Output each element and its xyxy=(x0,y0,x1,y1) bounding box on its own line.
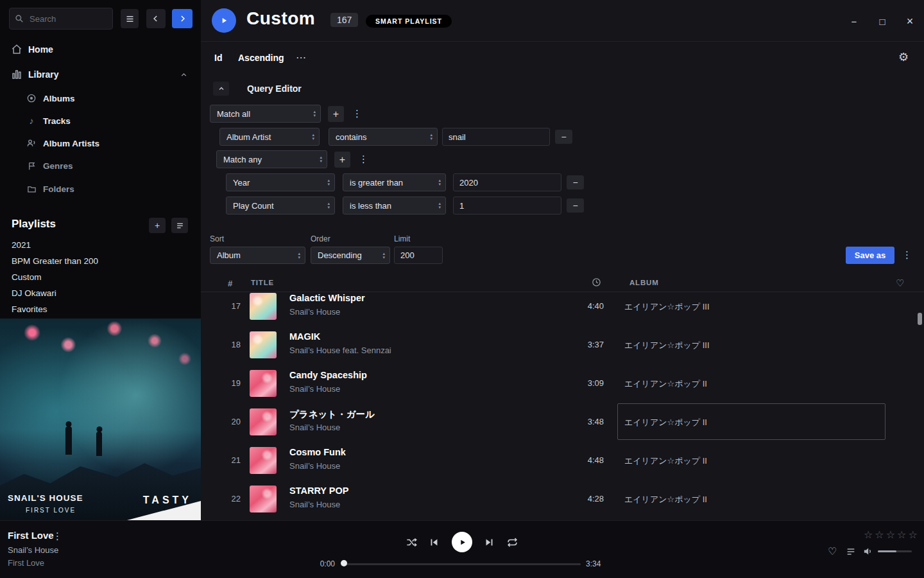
queue-button[interactable] xyxy=(846,547,856,557)
track-artist[interactable]: Snail’s House xyxy=(289,307,340,317)
sidebar-item-library[interactable]: Library xyxy=(0,65,201,84)
chevron-up-icon[interactable] xyxy=(180,71,188,79)
query-editor-collapse-button[interactable] xyxy=(213,82,229,96)
track-artist[interactable]: Snail’s House xyxy=(289,500,340,509)
track-album[interactable]: エイリアン☆ポップ II xyxy=(624,417,707,428)
sidebar-item-genres[interactable]: Genres xyxy=(0,157,201,174)
sidebar-item-tracks[interactable]: ♪ Tracks xyxy=(0,112,201,129)
seek-handle[interactable] xyxy=(341,560,347,566)
sort-direction-button[interactable]: Ascending xyxy=(238,53,284,63)
album-art-thumbnail[interactable] xyxy=(250,370,277,397)
previous-track-button[interactable] xyxy=(429,537,440,548)
sidebar-item-albums[interactable]: Albums xyxy=(0,90,201,107)
playlist-item[interactable]: Custom xyxy=(12,269,191,285)
now-playing-album[interactable]: First Love xyxy=(8,558,44,568)
table-row[interactable]: 20 プラネット・ガール Snail’s House 3:48 エイリアン☆ポッ… xyxy=(201,403,924,441)
limit-input[interactable] xyxy=(394,247,443,264)
table-row[interactable]: 19 Candy Spaceship Snail’s House 3:09 エイ… xyxy=(201,364,924,403)
track-album[interactable]: エイリアン☆ポップ II xyxy=(624,378,707,390)
track-album[interactable]: エイリアン☆ポップ III xyxy=(624,301,710,313)
album-art-thumbnail[interactable] xyxy=(250,447,277,474)
column-album[interactable]: ALBUM xyxy=(629,279,659,286)
playlist-options-button[interactable] xyxy=(171,218,188,233)
playlist-item[interactable]: BPM Greater than 200 xyxy=(12,253,191,268)
match-type-select[interactable]: Match all xyxy=(210,105,321,123)
track-title[interactable]: Galactic Whisper xyxy=(289,293,365,303)
star-icon[interactable]: ☆ xyxy=(886,529,897,540)
star-icon[interactable]: ☆ xyxy=(908,529,919,540)
sidebar-item-folders[interactable]: Folders xyxy=(0,180,201,197)
column-title[interactable]: TITLE xyxy=(251,279,274,286)
table-row[interactable]: 22 STARRY POP Snail’s House 4:28 エイリアン☆ポ… xyxy=(201,480,924,518)
rule-operator-select[interactable]: is greater than xyxy=(343,173,446,191)
rule-value-input[interactable] xyxy=(442,128,550,146)
now-playing-title[interactable]: First Love xyxy=(8,530,54,541)
now-playing-artwork[interactable]: SNAIL'S HOUSE FIRST LOVE TASTY xyxy=(0,319,201,520)
track-album[interactable]: エイリアン☆ポップ III xyxy=(624,340,710,351)
sidebar-item-home[interactable]: Home xyxy=(0,40,201,59)
album-art-thumbnail[interactable] xyxy=(250,293,277,320)
table-row[interactable]: 17 Galactic Whisper Snail’s House 4:40 エ… xyxy=(201,292,924,326)
rule-operator-select[interactable]: contains xyxy=(329,128,438,146)
track-artist[interactable]: Snail’s House feat. Sennzai xyxy=(289,346,391,355)
track-title[interactable]: Candy Spaceship xyxy=(289,370,367,380)
track-title[interactable]: プラネット・ガール xyxy=(289,408,375,421)
playlist-item[interactable]: 2021 xyxy=(12,237,191,252)
remove-rule-button[interactable]: − xyxy=(567,198,584,213)
now-playing-artist[interactable]: Snail’s House xyxy=(8,545,58,555)
back-button[interactable] xyxy=(146,9,166,28)
sort-more-button[interactable]: ⋯ xyxy=(296,51,306,64)
now-playing-menu-button[interactable]: ⋮ xyxy=(53,530,62,542)
remove-rule-button[interactable]: − xyxy=(567,175,584,189)
star-icon[interactable]: ☆ xyxy=(897,529,908,540)
seek-bar[interactable] xyxy=(343,563,581,565)
window-minimize-button[interactable]: − xyxy=(846,13,862,30)
shuffle-button[interactable] xyxy=(406,536,418,548)
search-input[interactable] xyxy=(28,13,99,24)
star-icon[interactable]: ☆ xyxy=(875,529,886,540)
playlist-item[interactable]: DJ Okawari xyxy=(12,285,191,301)
column-favorite-heart-icon[interactable]: ♡ xyxy=(896,277,905,289)
save-as-button[interactable]: Save as xyxy=(846,247,894,264)
track-title[interactable]: Cosmo Funk xyxy=(289,447,346,457)
table-row[interactable]: 18 MAGIK Snail’s House feat. Sennzai 3:3… xyxy=(201,326,924,364)
add-group-rule-button[interactable]: + xyxy=(334,152,350,168)
window-close-button[interactable]: × xyxy=(902,13,918,30)
remove-rule-button[interactable]: − xyxy=(555,130,572,144)
favorite-heart-button[interactable]: ♡ xyxy=(828,545,837,557)
search-box[interactable] xyxy=(9,8,113,30)
next-track-button[interactable] xyxy=(484,537,495,548)
rule-field-select[interactable]: Play Count xyxy=(226,197,335,215)
window-maximize-button[interactable]: □ xyxy=(874,13,891,30)
album-art-thumbnail[interactable] xyxy=(250,486,277,512)
rule-field-select[interactable]: Year xyxy=(226,173,335,191)
album-art-thumbnail[interactable] xyxy=(250,331,277,358)
track-title[interactable]: MAGIK xyxy=(289,331,320,342)
track-artist[interactable]: Snail’s House xyxy=(289,461,340,471)
menu-button[interactable] xyxy=(121,9,139,28)
group-match-type-select[interactable]: Match any xyxy=(216,150,327,168)
add-playlist-button[interactable]: + xyxy=(149,218,166,233)
forward-button[interactable] xyxy=(172,9,193,28)
sidebar-item-album-artists[interactable]: Album Artists xyxy=(0,135,201,152)
sort-field-button[interactable]: Id xyxy=(214,53,222,63)
play-pause-button[interactable] xyxy=(452,532,472,552)
star-icon[interactable]: ☆ xyxy=(864,529,875,540)
rule-group-menu-button[interactable]: ⋮ xyxy=(352,108,362,119)
save-menu-button[interactable]: ⋮ xyxy=(902,249,912,261)
rule-value-input[interactable] xyxy=(453,173,561,191)
playlist-item[interactable]: Favorites xyxy=(12,301,191,317)
column-duration-clock-icon[interactable] xyxy=(592,277,601,287)
track-album[interactable]: エイリアン☆ポップ II xyxy=(624,455,707,467)
repeat-button[interactable] xyxy=(506,536,518,548)
play-playlist-button[interactable] xyxy=(212,8,236,33)
track-artist[interactable]: Snail’s House xyxy=(289,384,340,394)
table-row[interactable]: 21 Cosmo Funk Snail’s House 4:48 エイリアン☆ポ… xyxy=(201,441,924,480)
rule-field-select[interactable]: Album Artist xyxy=(219,128,320,146)
track-title[interactable]: STARRY POP xyxy=(289,486,348,496)
group-menu-button[interactable]: ⋮ xyxy=(359,153,368,165)
volume-button[interactable] xyxy=(862,546,873,557)
track-album[interactable]: エイリアン☆ポップ II xyxy=(624,494,707,505)
rule-value-input[interactable] xyxy=(453,197,561,215)
track-artist[interactable]: Snail’s House xyxy=(289,423,340,432)
